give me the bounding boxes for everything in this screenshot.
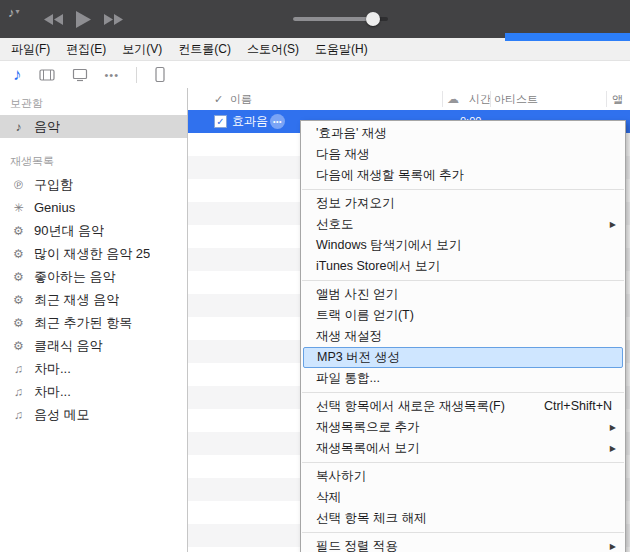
volume-thumb[interactable] [366,12,380,26]
menu-item-label: MP3 버전 생성 [317,350,400,364]
context-menu-item[interactable]: 앨범 사진 얻기 [301,284,625,305]
sidebar-item[interactable]: ♫차마... [0,380,187,403]
playlist-icon: ♫ [11,362,26,376]
menu-item-label: 재생 재설정 [316,329,382,343]
monitor-icon [72,68,88,82]
column-header-time[interactable]: 시간 [469,88,491,110]
context-menu: '효과음' 재생다음 재생다음에 재생할 목록에 추가정보 가져오기선호도▶Wi… [300,120,626,552]
column-header-row: ✓ 이름 ☁ 시간 아티스트 앨범 [188,88,630,111]
sidebar-item-label: 차마... [34,360,71,378]
sidebar-item[interactable]: ♫음성 메모 [0,403,187,426]
menu-item-label: 선택 항목에서 새로운 재생목록(F) [316,399,505,413]
sidebar-item-label: 많이 재생한 음악 25 [34,245,150,263]
tab-music[interactable]: ♪ [13,65,22,85]
menubar-item[interactable]: 컨트롤(C) [170,38,239,60]
context-menu-item[interactable]: 복사하기 [301,466,625,487]
menu-separator [302,392,624,393]
tab-movies[interactable] [39,68,55,82]
column-header-checkbox[interactable]: ✓ [214,88,223,110]
forward-button[interactable] [104,14,123,25]
context-menu-item[interactable]: 재생 재설정 [301,326,625,347]
accent-strip [505,33,630,41]
column-divider [606,91,607,107]
context-menu-item[interactable]: '효과음' 재생 [301,123,625,144]
context-menu-item[interactable]: 재생목록으로 추가▶ [301,417,625,438]
menubar-item[interactable]: 편집(E) [58,38,114,60]
genius-icon: ✳ [11,201,26,215]
miniplayer-menu-button[interactable]: ♪▾ [8,5,20,20]
sidebar-item[interactable]: ⚙90년대 음악 [0,219,187,242]
sidebar-section-header: 보관함 [0,88,187,115]
sidebar-item[interactable]: ℗구입함 [0,173,187,196]
sidebar: 보관함♪음악재생목록℗구입함✳Genius⚙90년대 음악⚙많이 재생한 음악 … [0,88,188,552]
menu-item-label: 재생목록으로 추가 [316,420,419,434]
tab-more[interactable]: ••• [105,69,120,81]
column-header-artist[interactable]: 아티스트 [494,88,538,110]
menu-item-label: Windows 탐색기에서 보기 [316,238,461,252]
more-options-button[interactable]: ••• [270,114,285,129]
device-button[interactable] [154,66,166,83]
rewind-button[interactable] [44,14,63,25]
menubar-item[interactable]: 보기(V) [114,38,170,60]
cloud-icon[interactable]: ☁ [447,88,459,110]
menu-item-label: 선호도 [316,217,354,231]
smart-playlist-icon: ⚙ [11,339,26,353]
sidebar-item[interactable]: ♪음악 [0,115,187,138]
sidebar-item-label: 90년대 음악 [34,222,104,240]
song-name: 효과음 [232,110,268,133]
tab-tv[interactable] [72,68,88,82]
menu-item-label: 파일 통합... [316,371,380,385]
volume-slider[interactable] [293,17,388,21]
playlist-icon: ♫ [11,385,26,399]
transport-controls [44,0,123,38]
menubar-item[interactable]: 스토어(S) [239,38,307,60]
context-menu-item[interactable]: 다음에 재생할 목록에 추가 [301,165,625,186]
context-menu-item[interactable]: Windows 탐색기에서 보기 [301,235,625,256]
sidebar-item-label: 구입함 [34,176,73,194]
sidebar-item[interactable]: ✳Genius [0,196,187,219]
context-menu-item[interactable]: 재생목록에서 보기▶ [301,438,625,459]
sidebar-item-label: Genius [34,200,75,215]
play-button[interactable] [76,11,91,28]
menu-item-label: 삭제 [316,490,341,504]
smart-playlist-icon: ⚙ [11,247,26,261]
context-menu-item[interactable]: iTunes Store에서 보기 [301,256,625,277]
submenu-arrow-icon: ▶ [610,438,616,459]
menu-separator [302,532,624,533]
purchased-icon: ℗ [11,178,26,192]
menu-separator [302,280,624,281]
sidebar-item[interactable]: ⚙클래식 음악 [0,334,187,357]
sidebar-item[interactable]: ♫차마... [0,357,187,380]
menubar-item[interactable]: 도움말(H) [307,38,376,60]
context-menu-item[interactable]: 선택 항목에서 새로운 재생목록(F)Ctrl+Shift+N [301,396,625,417]
column-header-name[interactable]: 이름 [230,88,252,110]
context-menu-item[interactable]: 선호도▶ [301,214,625,235]
menu-item-label: 선택 항목 체크 해제 [316,511,426,525]
menu-item-label: 재생목록에서 보기 [316,441,419,455]
menu-separator [302,189,624,190]
song-checkbox[interactable]: ✓ [214,115,227,128]
context-menu-item[interactable]: 선택 항목 체크 해제 [301,508,625,529]
context-menu-item[interactable]: 파일 통합... [301,368,625,389]
context-menu-item[interactable]: 삭제 [301,487,625,508]
sidebar-item[interactable]: ⚙많이 재생한 음악 25 [0,242,187,265]
smart-playlist-icon: ⚙ [11,224,26,238]
sidebar-item[interactable]: ⚙최근 추가된 항목 [0,311,187,334]
context-menu-item[interactable]: 필드 정렬 적용▶ [301,536,625,552]
phone-icon [154,66,166,83]
menu-item-shortcut: Ctrl+Shift+N [544,396,612,417]
context-menu-item[interactable]: 정보 가져오기 [301,193,625,214]
context-menu-item[interactable]: 트랙 이름 얻기(T) [301,305,625,326]
chevron-down-icon: ▾ [16,7,20,16]
sidebar-item-label: 좋아하는 음악 [34,268,116,286]
smart-playlist-icon: ⚙ [11,293,26,307]
sidebar-item[interactable]: ⚙최근 재생 음악 [0,288,187,311]
music-note-icon: ♪ [8,5,15,20]
itunes-window: ♪▾ [0,0,630,552]
submenu-arrow-icon: ▶ [610,214,616,235]
context-menu-item[interactable]: 다음 재생 [301,144,625,165]
sidebar-item[interactable]: ⚙좋아하는 음악 [0,265,187,288]
context-menu-item[interactable]: MP3 버전 생성 [303,347,623,368]
menubar-item[interactable]: 파일(F) [3,38,58,60]
sidebar-item-label: 음성 메모 [34,406,90,424]
